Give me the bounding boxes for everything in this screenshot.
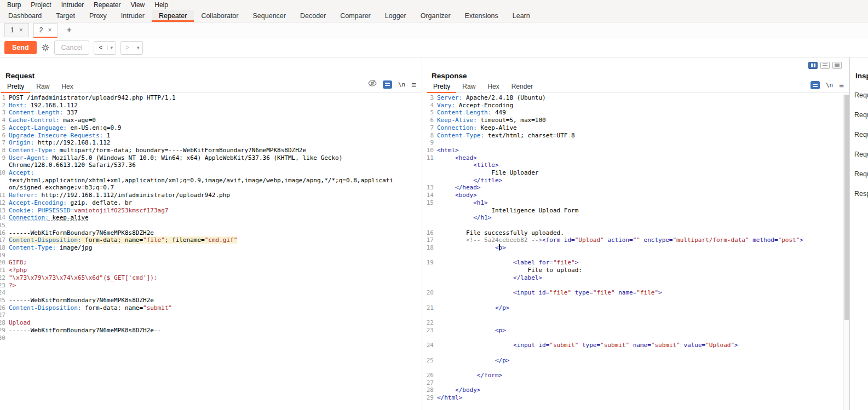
code-line-text: <?php (9, 267, 27, 274)
menu-project[interactable]: Project (26, 1, 56, 9)
code-line-text: User-Agent: Mozilla/5.0 (Windows NT 10.0… (9, 154, 395, 169)
tab-sequencer[interactable]: Sequencer (245, 10, 292, 22)
inspector-section[interactable]: Request query parameters (850, 106, 868, 126)
send-button[interactable]: Send (4, 41, 37, 54)
code-line (426, 252, 849, 259)
line-number: 27 (426, 379, 434, 387)
code-line-text: Content-Length: 337 (9, 109, 78, 117)
code-line-text: Content-Type: multipart/form-data; bound… (9, 147, 306, 154)
request-tab-pretty[interactable]: Pretty (1, 80, 30, 93)
request-tab-hex[interactable]: Hex (55, 80, 79, 93)
tab-logger[interactable]: Logger (378, 10, 413, 22)
code-line-text: <title> (437, 161, 499, 169)
code-line-text: Content-Length: 449 (437, 109, 506, 117)
menu-intruder[interactable]: Intruder (56, 1, 89, 9)
menu-help[interactable]: Help (150, 1, 173, 9)
menu-view[interactable]: View (125, 1, 150, 9)
menu-repeater[interactable]: Repeater (89, 1, 125, 9)
tab-extensions[interactable]: Extensions (458, 10, 505, 22)
code-line-text: </p> (437, 357, 509, 365)
layout-columns-button[interactable] (808, 62, 818, 69)
layout-combined-button[interactable] (832, 62, 842, 69)
layout-rows-button[interactable] (820, 62, 830, 69)
next-response-button[interactable]: > ▾ (120, 41, 143, 55)
code-line: 29</html> (426, 394, 849, 402)
tab-target[interactable]: Target (49, 10, 82, 22)
tab-collaborator[interactable]: Collaborator (194, 10, 245, 22)
request-tab-raw[interactable]: Raw (30, 80, 55, 93)
code-line-text: File successfully uploaded. (437, 229, 564, 237)
line-number (426, 222, 434, 229)
code-line: 6Keep-Alive: timeout=5, max=100 (426, 117, 849, 124)
code-line-text: ?> (9, 282, 16, 290)
response-panel: Response PrettyRawHexRender \n ≡ 3Server… (426, 57, 849, 410)
tab-proxy[interactable]: Proxy (82, 10, 114, 22)
newline-toggle-icon[interactable]: \n (826, 82, 833, 89)
inspector-section[interactable]: Response headers (850, 185, 868, 205)
editor-menu-icon[interactable]: ≡ (411, 80, 416, 89)
code-line-text: Origin: http://192.168.1.112 (9, 139, 110, 147)
tab-organizer[interactable]: Organizer (413, 10, 458, 22)
syntax-highlight-icon[interactable] (383, 80, 392, 89)
response-editor[interactable]: 3Server: Apache/2.4.18 (Ubuntu)4Vary: Ac… (426, 93, 849, 410)
burp-suite-window: BurpProjectIntruderRepeaterViewHelp Dash… (0, 0, 868, 410)
request-panel-header: Request PrettyRawHex \n ≡ (0, 57, 422, 93)
syntax-highlight-icon[interactable] (810, 81, 820, 89)
response-tab-hex[interactable]: Hex (481, 80, 505, 93)
line-number: 10 (426, 147, 434, 154)
repeater-tab-1[interactable]: 1× (4, 23, 29, 37)
line-number: 5 (426, 109, 434, 117)
newline-toggle-icon[interactable]: \n (398, 81, 405, 88)
chevron-down-icon[interactable]: ▾ (107, 45, 116, 50)
response-tab-pretty[interactable]: Pretty (427, 80, 456, 93)
settings-gear-icon[interactable] (41, 43, 50, 52)
inspector-section[interactable]: Request cookies (850, 146, 868, 165)
editor-menu-icon[interactable]: ≡ (839, 81, 844, 89)
response-tab-render[interactable]: Render (505, 80, 539, 93)
scrollbar-thumb[interactable] (844, 95, 849, 320)
request-panel-title: Request (5, 72, 35, 80)
inspector-panel[interactable]: Inspector Request attributesRequest quer… (849, 57, 868, 410)
code-line-text: <head> (437, 154, 477, 162)
inspector-section[interactable]: Request body parameters (850, 126, 868, 146)
code-line: 9 (426, 139, 849, 147)
hide-nonprintable-icon[interactable] (368, 79, 377, 89)
line-number: 17 (426, 236, 434, 244)
repeater-tab-2[interactable]: 2× (33, 23, 58, 38)
code-line: 23 <p> (426, 327, 849, 334)
code-line-text: Connection: keep-alive (9, 214, 89, 222)
code-line-text: Intelligence Upload Form (437, 207, 578, 215)
line-number: 25 (426, 357, 434, 365)
inspector-section[interactable]: Request headers (850, 165, 868, 185)
line-number: 28 (426, 386, 434, 394)
tab-decoder[interactable]: Decoder (293, 10, 333, 22)
tab-repeater[interactable]: Repeater (152, 10, 194, 22)
chevron-down-icon[interactable]: ▾ (134, 45, 142, 50)
response-editor-icons: \n ≡ (810, 81, 844, 89)
tab-comparer[interactable]: Comparer (333, 10, 378, 22)
code-line (426, 364, 849, 372)
close-tab-icon[interactable]: × (19, 26, 23, 34)
menu-burp[interactable]: Burp (2, 1, 26, 9)
tab-learn[interactable]: Learn (505, 10, 537, 22)
code-line: 26 </form> (426, 372, 849, 379)
add-tab-button[interactable]: + (62, 25, 76, 35)
code-line-text: Content-Type: text/html; charset=UTF-8 (437, 132, 575, 140)
code-line: 25 </p> (426, 357, 849, 365)
line-number: 26 (0, 304, 5, 312)
inspector-section[interactable]: Request attributes (850, 86, 868, 106)
close-tab-icon[interactable]: × (48, 26, 51, 34)
tab-intruder[interactable]: Intruder (114, 10, 152, 22)
panel-splitter[interactable] (422, 57, 426, 410)
request-editor[interactable]: 1POST /imfadministrator/uploadr942.php H… (0, 93, 422, 410)
response-tab-raw[interactable]: Raw (456, 80, 481, 93)
line-number (426, 334, 434, 342)
response-scrollbar[interactable] (843, 94, 849, 410)
code-line: 11 <head> (426, 154, 849, 162)
code-line-text: </body> (437, 386, 480, 394)
line-number: 8 (0, 147, 5, 154)
previous-response-button[interactable]: < ▾ (94, 41, 116, 55)
cancel-button[interactable]: Cancel (54, 41, 90, 55)
code-line: 12Accept-Encoding: gzip, deflate, br (0, 199, 422, 207)
tab-dashboard[interactable]: Dashboard (1, 10, 49, 22)
